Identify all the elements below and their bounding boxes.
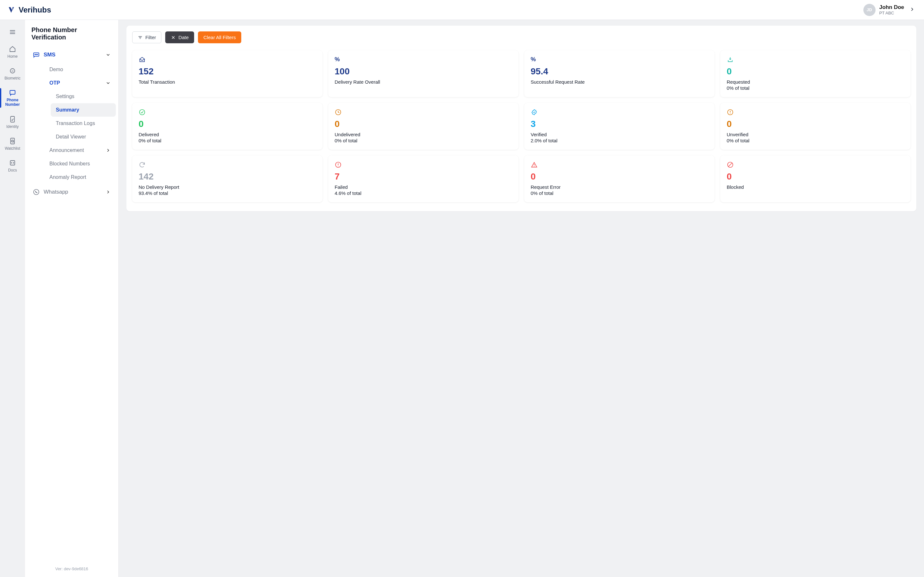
card-blocked: 0 Blocked xyxy=(720,155,911,202)
avatar-initials: JD xyxy=(867,7,872,12)
sidebar-item-summary[interactable]: Summary xyxy=(51,103,116,117)
rail-item-home[interactable]: Home xyxy=(0,42,25,62)
chevron-down-icon xyxy=(105,52,111,57)
rail-item-watchlist[interactable]: Watchlist xyxy=(0,134,25,154)
svg-point-21 xyxy=(140,110,145,115)
card-value: 0 xyxy=(334,119,512,129)
chevron-down-icon xyxy=(105,81,111,85)
card-label: Delivery Rate Overall xyxy=(334,79,512,85)
rail-label: Phone Number xyxy=(0,98,25,107)
verified-badge-icon xyxy=(531,109,538,116)
chevron-right-icon xyxy=(105,148,111,153)
percent-icon: % xyxy=(334,56,340,63)
sidebar-group-sms[interactable]: SMS xyxy=(27,47,116,63)
svg-line-9 xyxy=(13,142,14,142)
rail-item-identity[interactable]: Identity xyxy=(0,112,25,132)
identity-icon xyxy=(9,115,16,123)
card-label: Verified xyxy=(531,132,708,137)
card-value: 0 xyxy=(531,171,708,182)
svg-rect-6 xyxy=(11,116,15,122)
refresh-icon xyxy=(139,161,145,168)
logo-icon xyxy=(8,6,16,14)
ban-icon xyxy=(727,161,734,168)
card-sublabel: 0% of total xyxy=(531,190,708,196)
sidebar-item-announcement[interactable]: Announcement xyxy=(44,143,116,157)
card-sublabel: 0% of total xyxy=(139,138,316,143)
whatsapp-icon xyxy=(33,189,40,195)
card-sublabel: 93.4% of total xyxy=(139,190,316,196)
rail-item-biometric[interactable]: AI Biometric xyxy=(0,64,25,84)
rail-label: Watchlist xyxy=(5,146,20,151)
button-label: Date xyxy=(178,35,189,40)
svg-point-13 xyxy=(36,54,37,55)
sidebar-item-detail-viewer[interactable]: Detail Viewer xyxy=(51,130,116,143)
message-icon xyxy=(9,89,16,97)
rail-label: Home xyxy=(7,54,18,59)
card-requested: 0 Requested 0% of total xyxy=(720,50,911,97)
card-value: 3 xyxy=(531,119,708,129)
user-name: John Doe xyxy=(879,4,904,11)
card-sublabel: 4.6% of total xyxy=(334,190,512,196)
sidebar-item-anomaly-report[interactable]: Anomaly Report xyxy=(44,171,116,184)
user-menu-toggle[interactable] xyxy=(908,5,916,15)
sidebar-item-demo[interactable]: Demo xyxy=(44,63,116,76)
sidebar-item-otp[interactable]: OTP xyxy=(44,76,116,90)
sidebar-group-whatsapp[interactable]: Whatsapp xyxy=(27,184,116,200)
docs-icon xyxy=(9,159,16,167)
card-value: 95.4 xyxy=(531,66,708,77)
sidebar-group-label: SMS xyxy=(44,52,55,58)
card-label: Successful Request Rate xyxy=(531,79,708,85)
rail-label: Docs xyxy=(8,168,17,172)
sidebar-item-label: OTP xyxy=(49,80,60,86)
card-value: 7 xyxy=(334,171,512,182)
rail-label: Biometric xyxy=(5,76,21,81)
card-label: Total Transaction xyxy=(139,79,316,85)
watchlist-icon xyxy=(9,137,16,145)
card-label: No Delivery Report xyxy=(139,184,316,190)
card-sublabel: 2.0% of total xyxy=(531,138,708,143)
brand-logo: Verihubs xyxy=(8,5,51,15)
card-label: Blocked xyxy=(727,184,904,190)
card-value: 0 xyxy=(139,119,316,129)
svg-point-25 xyxy=(730,113,730,114)
clear-filters-button[interactable]: Clear All Filters xyxy=(198,31,241,43)
summary-panel: Filter Date Clear All Filters 152 xyxy=(126,26,916,211)
card-value: 142 xyxy=(139,171,316,182)
rail-item-phone-number[interactable]: Phone Number xyxy=(0,85,25,110)
sidebar-item-transaction-logs[interactable]: Transaction Logs xyxy=(51,117,116,130)
card-label: Failed xyxy=(334,184,512,190)
icon-rail: Home AI Biometric Phone Number Identity … xyxy=(0,20,25,577)
card-failed: 7 Failed 4.6% of total xyxy=(328,155,519,202)
svg-line-32 xyxy=(729,163,732,167)
card-value: 152 xyxy=(139,66,316,77)
sidebar-group-label: Whatsapp xyxy=(44,189,68,195)
card-value: 0 xyxy=(727,66,904,77)
clock-icon xyxy=(334,109,342,116)
card-label: Requested xyxy=(727,79,904,85)
card-label: Request Error xyxy=(531,184,708,190)
home-icon xyxy=(9,45,16,53)
rail-label: Identity xyxy=(6,124,19,129)
rail-item-docs[interactable]: Docs xyxy=(0,156,25,176)
sms-icon xyxy=(33,51,40,58)
sidebar-item-settings[interactable]: Settings xyxy=(51,90,116,103)
secondary-sidebar: Phone Number Verification SMS Demo OTP xyxy=(25,20,119,577)
card-grid: 152 Total Transaction % 100 Delivery Rat… xyxy=(132,50,911,202)
filter-button[interactable]: Filter xyxy=(132,31,162,43)
card-sublabel: 0% of total xyxy=(727,138,904,143)
hamburger-icon xyxy=(9,28,16,36)
version-label: Ver: dev-9de6816 xyxy=(25,563,118,574)
card-no-delivery-report: 142 No Delivery Report 93.4% of total xyxy=(132,155,322,202)
user-menu[interactable]: JD John Doe PT ABC xyxy=(863,4,916,16)
card-value: 0 xyxy=(727,171,904,182)
check-circle-icon xyxy=(139,109,145,116)
card-undelivered: 0 Undelivered 0% of total xyxy=(328,103,519,150)
card-total-transaction: 152 Total Transaction xyxy=(132,50,322,97)
card-delivered: 0 Delivered 0% of total xyxy=(132,103,322,150)
header: Verihubs JD John Doe PT ABC xyxy=(0,0,924,20)
alert-triangle-icon xyxy=(531,161,538,168)
sidebar-item-blocked-numbers[interactable]: Blocked Numbers xyxy=(44,157,116,171)
hamburger-toggle[interactable] xyxy=(9,24,16,40)
filter-icon xyxy=(137,35,143,40)
date-button[interactable]: Date xyxy=(165,31,194,43)
